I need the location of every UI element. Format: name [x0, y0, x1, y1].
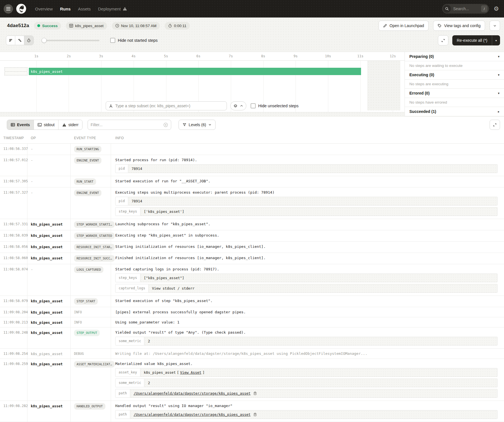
clear-filter-icon[interactable] [163, 123, 168, 127]
view-tags-config-button[interactable]: View tags and config [433, 21, 485, 31]
timeline-axis: 1s2s3s4s5s6s7s8s9s10s11s12s [0, 52, 405, 61]
step-panel-section-header[interactable]: Succeeded (1)▸ [405, 107, 504, 116]
event-info: Yielded output "result" of type "Any". (… [111, 327, 504, 348]
step-panel-empty-message: No steps are executing [405, 80, 504, 89]
metadata-value-text[interactable]: View stdout / stderr [152, 286, 195, 290]
timed-view-button[interactable] [24, 36, 33, 45]
open-in-launchpad-button[interactable]: Open in Launchpad [379, 21, 429, 31]
graph-query-toggle-button[interactable] [230, 101, 246, 110]
step-panel-section-title: Succeeded (1) [409, 109, 436, 114]
copy-icon[interactable] [253, 392, 257, 395]
tab-stdout[interactable]: stdout [34, 120, 58, 130]
gantt-fullscreen-button[interactable] [438, 35, 448, 45]
levels-filter-button[interactable]: Levels (6) [179, 120, 216, 130]
log-tabs: Eventsstdoutstderr [7, 120, 82, 130]
event-type-tag: RUN_STARTING [74, 146, 101, 152]
dagster-logo-icon[interactable] [16, 4, 26, 14]
log-fullscreen-button[interactable] [490, 120, 500, 130]
event-type-cell: ENGINE_EVENT [71, 187, 111, 219]
status-badge: Success [34, 22, 61, 30]
warning-icon [62, 123, 66, 127]
event-op: - [27, 176, 71, 187]
hide-not-started-checkbox[interactable] [110, 38, 115, 43]
event-metadata-entry: some_metric2 [115, 379, 498, 387]
gantt-step-bar[interactable]: k8s_pipes_asset [29, 68, 361, 75]
event-type-tag: STEP_WORKER_STARTI… [74, 221, 115, 228]
metadata-path-link[interactable]: /Users/alangenfeld/data/dagster/storage/… [134, 412, 251, 417]
event-metadata-entry: some_metric2 [115, 337, 498, 346]
event-row: 11:09:08.254k8s_pipes_assetDEBUGWriting … [0, 349, 504, 359]
run-actions-dropdown-button[interactable] [490, 21, 500, 31]
event-info-text: Executing step "k8s_pipes_asset" in subp… [115, 233, 501, 237]
event-info-text: Executing steps using multiprocess execu… [115, 190, 501, 194]
copy-icon[interactable] [253, 413, 257, 416]
event-type-cell: STEP_START [71, 296, 111, 307]
event-type-tag: ASSET_MATERIALIZAT… [74, 361, 115, 368]
tab-Events[interactable]: Events [7, 120, 34, 130]
settings-gear-button[interactable]: ⚙ [494, 6, 499, 12]
event-type-cell: STEP_WORKER_STARTED [71, 230, 111, 241]
search-box[interactable]: / [442, 4, 489, 14]
nav-right: / ⚙ [442, 4, 499, 14]
gantt-zoom-slider[interactable] [42, 38, 99, 43]
metadata-value-text: 78914 [132, 167, 142, 171]
waterfall-view-button[interactable] [15, 36, 24, 45]
run-tag[interactable]: Nov 10, 11:08:57 AM [112, 22, 160, 30]
event-row: 11:08:57.012-ENGINE_EVENTStarted process… [0, 155, 504, 176]
event-timestamp: 11:09:08.204 [0, 307, 27, 317]
col-op: OP [27, 133, 71, 143]
nav-item-assets[interactable]: Assets [78, 6, 91, 11]
step-panel-section-header[interactable]: Preparing (0)▾ [405, 52, 504, 61]
chevron-down-icon: ▾ [498, 91, 499, 95]
metadata-path-link[interactable]: /Users/alangenfeld/data/dagster/storage/… [134, 391, 251, 395]
dagster-run-page: OverviewRunsAssetsDeployment / ⚙ 4dae512… [0, 0, 504, 47]
job-icon [69, 24, 73, 28]
re-execute-all-button[interactable]: Re-execute all (*) ▾ [452, 35, 500, 45]
step-panel-section-header[interactable]: Executing (0)▾ [405, 70, 504, 80]
timeline-tick: 8s [261, 54, 265, 58]
event-type-cell: HANDLED_OUTPUT [71, 401, 111, 422]
flat-view-button[interactable] [6, 36, 15, 45]
hide-unselected-label: Hide unselected steps [258, 104, 299, 108]
run-tag[interactable]: 0:00:11 [165, 22, 190, 30]
event-op: k8s_pipes_asset [27, 296, 71, 307]
step-subset-input[interactable] [115, 104, 224, 108]
event-info: Starting initialization of resources [io… [111, 242, 504, 253]
view-asset-link[interactable]: View Asset [180, 370, 201, 375]
nav-item-deployment[interactable]: Deployment [98, 6, 127, 11]
event-metadata-entry: pid78914 [115, 164, 498, 173]
nav-item-overview[interactable]: Overview [35, 6, 53, 11]
metadata-key: some_metric [116, 379, 144, 387]
step-subset-field[interactable] [106, 101, 227, 110]
event-timestamp: 11:08:58.039 [0, 230, 27, 241]
event-info: Handled output "result" using IO manager… [111, 401, 504, 422]
log-filter-field[interactable] [88, 120, 171, 130]
tab-label: stderr [68, 123, 79, 127]
menu-button[interactable] [4, 4, 13, 14]
log-filter-input[interactable] [91, 123, 163, 127]
tab-label: stdout [44, 123, 55, 127]
nav-items: OverviewRunsAssetsDeployment [35, 6, 127, 11]
event-timestamp: 11:09:08.213 [0, 317, 27, 327]
event-type-cell: RUN_STARTING [71, 144, 111, 155]
re-execute-dropdown-caret-icon[interactable]: ▾ [492, 39, 500, 42]
run-tags: k8s_pipes_assetNov 10, 11:08:57 AM0:00:1… [66, 22, 190, 30]
nav-item-runs[interactable]: Runs [60, 6, 71, 11]
run-tag[interactable]: k8s_pipes_asset [66, 22, 107, 30]
step-panel-section-header[interactable]: Errored (0)▾ [405, 89, 504, 98]
slider-knob[interactable] [42, 38, 47, 43]
event-type-tag: STEP_WORKER_STARTED [74, 233, 115, 239]
event-op: - [27, 144, 71, 155]
event-type-cell: ENGINE_EVENT [71, 155, 111, 176]
event-info: Started execution of step "k8s_pipes_ass… [111, 296, 504, 307]
tab-stderr[interactable]: stderr [58, 120, 82, 130]
timeline-tick: 5s [164, 54, 168, 58]
event-op: - [27, 155, 71, 176]
event-timestamp: 11:08:57.327 [0, 187, 27, 219]
run-tag-label: Nov 10, 11:08:57 AM [121, 24, 157, 28]
hide-unselected-checkbox[interactable] [251, 103, 256, 108]
search-input[interactable] [453, 6, 477, 11]
event-op: k8s_pipes_asset [27, 242, 71, 253]
event-info-text: [pipes] external process successfully op… [115, 310, 501, 314]
pencil-icon [383, 24, 387, 28]
